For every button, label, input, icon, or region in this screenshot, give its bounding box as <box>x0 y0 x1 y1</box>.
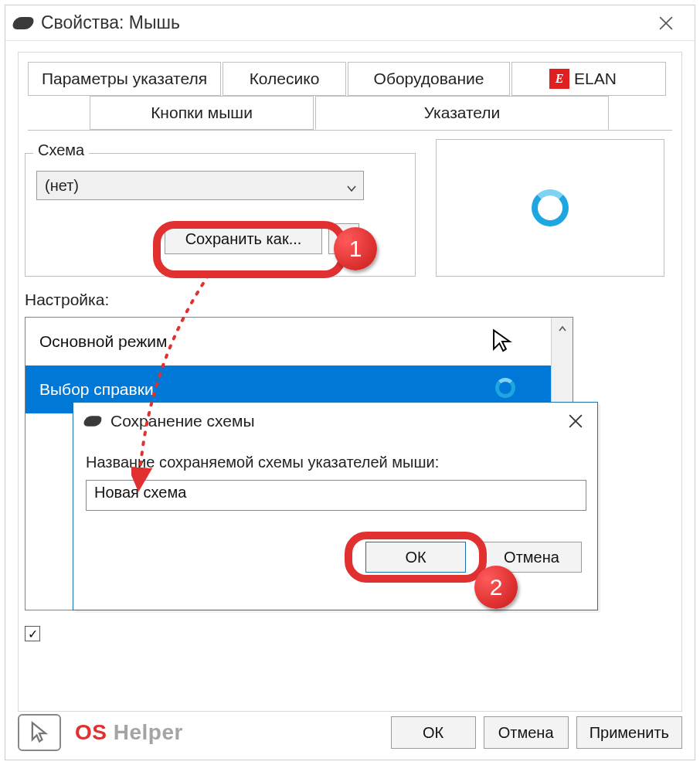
busy-ring-icon <box>495 378 515 398</box>
tab-hardware[interactable]: Оборудование <box>348 62 510 96</box>
elan-icon: E <box>549 69 569 89</box>
enable-shadow-checkbox[interactable]: ✓ <box>25 626 40 641</box>
logo-text: OS Helper <box>75 720 183 745</box>
tab-elan[interactable]: E ELAN <box>511 62 666 96</box>
list-item-label: Выбор справки <box>39 380 154 399</box>
apply-button[interactable]: Применить <box>576 716 682 749</box>
customize-label: Настройка: <box>25 291 109 309</box>
cancel-button[interactable]: Отмена <box>484 716 569 749</box>
sub-dialog-title: Сохранение схемы <box>110 412 255 430</box>
tab-pointers[interactable]: Указатели <box>315 96 609 130</box>
tab-elan-label: ELAN <box>574 70 617 88</box>
sub-dialog-close[interactable] <box>560 407 591 435</box>
chevron-down-icon <box>346 180 357 191</box>
scheme-dropdown-value: (нет) <box>45 177 79 195</box>
tab-pointer-options[interactable]: Параметры указателя <box>28 62 221 96</box>
list-item-label: Основной режим <box>39 332 167 351</box>
cursor-preview <box>436 139 664 277</box>
scheme-name-input[interactable]: Новая схема <box>86 480 586 511</box>
sub-dialog-titlebar: Сохранение схемы <box>73 403 597 440</box>
mouse-icon <box>82 416 103 427</box>
client-area: Параметры указателя Колесико Оборудовани… <box>18 52 682 712</box>
list-item-normal[interactable]: Основной режим <box>25 318 551 366</box>
ok-button[interactable]: ОК <box>391 716 476 749</box>
scheme-name-label: Название сохраняемой схемы указателей мы… <box>86 454 439 471</box>
titlebar: Свойства: Мышь <box>5 5 695 41</box>
tab-strip: Параметры указателя Колесико Оборудовани… <box>28 62 672 133</box>
logo-icon <box>18 714 61 751</box>
callout-badge-1: 1 <box>334 227 377 270</box>
callout-ring-2 <box>345 532 487 583</box>
save-scheme-dialog: Сохранение схемы Название сохраняемой сх… <box>73 402 598 610</box>
tab-buttons[interactable]: Кнопки мыши <box>90 96 314 130</box>
scheme-legend: Схема <box>33 141 89 159</box>
callout-badge-2: 2 <box>474 566 518 609</box>
close-button[interactable] <box>647 5 685 41</box>
mouse-icon <box>11 17 36 29</box>
bottombar: OS Helper ОК Отмена Применить <box>18 713 682 752</box>
busy-ring-icon <box>532 189 569 226</box>
callout-ring-1 <box>153 221 346 278</box>
mouse-properties-window: Свойства: Мышь Параметры указателя Колес… <box>5 5 695 760</box>
tab-wheel[interactable]: Колесико <box>223 62 346 96</box>
scroll-up-button[interactable] <box>552 318 573 339</box>
logo-os: OS <box>75 720 107 744</box>
window-title: Свойства: Мышь <box>41 12 180 33</box>
logo-helper: Helper <box>107 720 182 744</box>
arrow-cursor-icon <box>491 328 514 355</box>
scheme-dropdown[interactable]: (нет) <box>36 171 364 200</box>
